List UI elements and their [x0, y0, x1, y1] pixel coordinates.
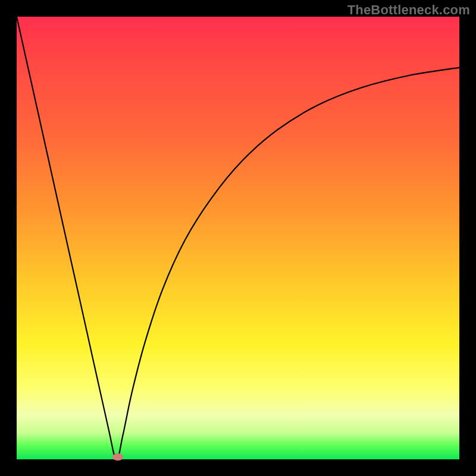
plot-area: [17, 17, 459, 459]
chart-frame: TheBottleneck.com: [0, 0, 476, 476]
minimum-marker: [112, 453, 123, 461]
watermark-text: TheBottleneck.com: [347, 2, 470, 18]
curve-svg: [17, 17, 459, 459]
curve-path: [17, 17, 459, 459]
